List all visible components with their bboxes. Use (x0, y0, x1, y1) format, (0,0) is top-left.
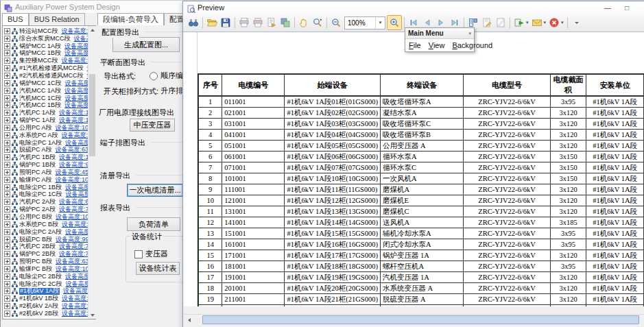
tree-item[interactable]: 汽机PC 1A段设备高度:10 (4, 109, 88, 117)
tree-item-label[interactable]: #2汽机检修通风MCC段 (19, 72, 84, 80)
tree-item-label[interactable]: 汽机PC 1A段 (19, 109, 56, 117)
tree-item[interactable]: 公用PC A段设备高度:108 (4, 124, 88, 132)
zoom-tool-icon[interactable] (311, 16, 324, 29)
tree-item[interactable]: 电除尘PC 1B段设备高度: (4, 184, 88, 191)
menu-item-view[interactable]: View (429, 41, 445, 49)
device-height-link[interactable]: 设备高度:75 (59, 250, 88, 258)
maximize-button[interactable]: □ (619, 3, 634, 12)
tree-item-label[interactable]: 脱硫PC B段 (19, 236, 52, 243)
tree-item[interactable]: 锅炉PC 2A段设备高度:72 (4, 206, 88, 213)
device-height-link[interactable]: 设备高度:0 (64, 50, 88, 58)
device-height-link[interactable]: 设备高度:630 (56, 147, 88, 154)
tree-item[interactable]: 电除尘PC 2B段设备高度: (4, 273, 88, 280)
expand-icon[interactable] (4, 258, 10, 265)
device-stats-button[interactable]: 设备统计表 (136, 262, 180, 275)
zoom-out-icon[interactable] (329, 16, 343, 29)
expand-icon[interactable] (4, 184, 10, 191)
mv-transformer-button[interactable]: 中压变压器 (130, 119, 175, 132)
transformer-checkbox[interactable]: 变压器 (134, 249, 168, 259)
expand-icon[interactable] (4, 199, 10, 205)
expand-icon[interactable] (4, 36, 10, 42)
expand-icon[interactable] (4, 251, 10, 257)
device-height-link[interactable]: 设备高度:4 (62, 310, 88, 317)
device-height-link[interactable]: 设备高度:77 (59, 243, 88, 250)
expand-icon[interactable] (4, 237, 10, 243)
tree-item-label[interactable]: 电除尘PC 2C段 (19, 280, 62, 288)
device-height-link[interactable]: 设备高度:4 (64, 87, 88, 95)
tree-item[interactable]: 转运站MCC段设备高度:0 (4, 27, 88, 35)
tree-item-label[interactable]: 汽机MCC 1A段 (19, 87, 61, 95)
tree-item[interactable]: 脱硫PC A段设备高度:630 (4, 147, 88, 154)
device-height-link[interactable]: 设备高度:0 (65, 95, 88, 102)
tree-item-label[interactable]: 汽机PC 1B段 (19, 154, 56, 161)
watermark-icon[interactable] (494, 16, 508, 29)
tree-item-label[interactable]: 电除尘PC 2B段 (19, 273, 62, 280)
device-height-link[interactable]: 设备高度:630 (56, 258, 88, 265)
tree-item-label[interactable]: 集控楼MCC段 (19, 57, 58, 64)
scroll-up-icon[interactable] (88, 26, 96, 34)
expand-icon[interactable] (4, 243, 10, 250)
expand-icon[interactable] (4, 147, 10, 153)
device-height-link[interactable]: 设备高度:1 (62, 132, 88, 139)
tree-vertical-scrollbar[interactable] (88, 26, 96, 319)
expand-icon[interactable] (4, 274, 10, 280)
chevron-down-icon[interactable]: ▾ (561, 20, 564, 25)
tree-item-label[interactable]: 综合水泵房MCC段 (19, 35, 71, 43)
tree-item[interactable]: #2机6kV 2A段设备高度:4 (4, 302, 88, 310)
expand-icon[interactable] (4, 65, 10, 71)
device-height-link[interactable]: 设备高度:105 (56, 265, 88, 273)
chevron-down-icon[interactable]: ▾ (375, 17, 385, 29)
device-height-link[interactable]: 设备高度:72 (59, 206, 88, 213)
tab-segment-edit[interactable]: 段编辑-负荷导入 (97, 13, 164, 25)
tree-item[interactable]: 汽机PC 1B段设备高度:11 (4, 154, 88, 161)
expand-icon[interactable] (4, 169, 10, 175)
primary-cable-list-button[interactable]: 一次电缆清册... (127, 184, 183, 197)
expand-icon[interactable] (4, 50, 10, 56)
expand-icon[interactable] (4, 162, 10, 168)
tree-item[interactable]: 输煤PC B段设备高度:105 (4, 265, 88, 273)
tree-item[interactable]: 汽机PC 2A段设备高度:64 (4, 198, 88, 206)
tree-item[interactable]: 电除尘PC 2C段设备高度: (4, 280, 88, 288)
expand-icon[interactable] (4, 58, 10, 64)
expand-icon[interactable] (4, 229, 10, 235)
tree-item-label[interactable]: 锅炉PC 1A段 (19, 117, 56, 124)
chevron-down-icon[interactable]: ▾ (526, 20, 529, 25)
device-height-link[interactable]: 设备高度:4 (62, 302, 88, 310)
tree-item[interactable]: 锅炉MCC 1B段设备高度:0 (4, 50, 88, 58)
tree-item-label[interactable]: 公用PC B段 (19, 213, 52, 221)
preview-scroll-thumb[interactable] (202, 315, 639, 324)
main-menu-header[interactable]: Main Menu ▾ (405, 28, 474, 39)
tree-item[interactable]: 照明PC A段设备高度:450 (4, 169, 88, 176)
expand-icon[interactable] (4, 177, 10, 183)
device-height-link[interactable]: 设备高度:93 (59, 161, 88, 169)
device-height-link[interactable]: 设备高 (74, 35, 88, 43)
expand-icon[interactable] (4, 206, 10, 213)
chevron-down-icon[interactable]: ▾ (544, 20, 547, 25)
device-height-link[interactable]: 设备高度: (65, 139, 88, 147)
menu-item-background[interactable]: Background (452, 41, 492, 49)
minimize-button[interactable]: — (600, 3, 615, 12)
tree-item[interactable]: #1机6kV 1B段设备高度:4 (4, 295, 88, 302)
pan-hand-icon[interactable] (297, 16, 311, 29)
device-height-link[interactable]: 设备高度:0 (65, 80, 88, 87)
scroll-left-icon[interactable] (185, 316, 193, 324)
tree-item[interactable]: 电除尘PC 2A段设备高度: (4, 228, 88, 236)
zoom-level-combobox[interactable]: 100%▾ (344, 16, 385, 29)
device-height-link[interactable]: 设备高度:105 (56, 176, 88, 184)
expand-icon[interactable] (4, 140, 10, 146)
tree-item-label[interactable]: 锅炉MCC 1C段 (19, 80, 62, 87)
tree-item[interactable]: 锅炉PC 2B段设备高度:75 (4, 250, 88, 258)
scroll-down-icon[interactable] (88, 311, 96, 319)
expand-icon[interactable] (4, 288, 10, 294)
device-height-link[interactable]: 设备高度:9900 (56, 236, 88, 243)
tree-scroll-thumb[interactable] (89, 74, 95, 156)
expand-icon[interactable] (4, 221, 10, 228)
tree-item-label[interactable]: 汽机MCC 1B段 (19, 101, 61, 109)
tree-item[interactable]: 汽机PC 2B段设备高度:77 (4, 243, 88, 250)
tree-item[interactable]: 锅炉MCC 1A段设备高度:4 (4, 43, 88, 50)
device-height-link[interactable]: 设备高度:12 (59, 117, 88, 124)
tree-item-label[interactable]: 电除尘PC 1B段 (19, 184, 62, 191)
device-height-link[interactable]: 设备高度: (65, 273, 88, 280)
tree-item-label[interactable]: 汽机PC 2B段 (19, 243, 56, 250)
expand-icon[interactable] (4, 295, 10, 302)
